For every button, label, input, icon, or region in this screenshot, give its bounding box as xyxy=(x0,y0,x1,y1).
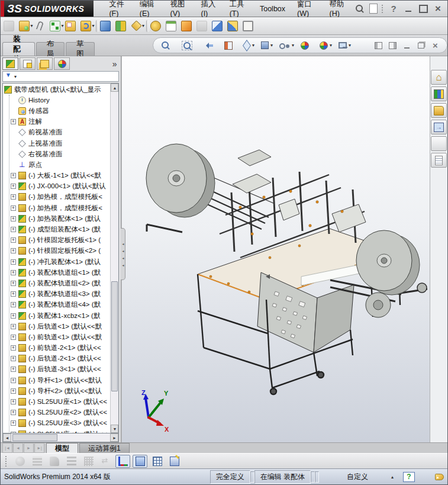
dropdown-caret-icon[interactable]: ▾ xyxy=(30,23,33,28)
tree-item[interactable]: + (-) SL25UU座<3> (默认<< xyxy=(9,418,110,429)
menu-item[interactable]: 视图(V) xyxy=(165,0,195,18)
toolbar-overflow-icon[interactable] xyxy=(382,5,384,13)
dropdown-caret-icon[interactable]: ▾ xyxy=(61,23,63,28)
tree-item[interactable]: + (-) SL25UU座<4> (默认<< xyxy=(9,429,110,433)
tree-item[interactable]: + (-) 成型组装配体<1> (默 xyxy=(9,224,110,235)
tree-item[interactable]: + (-) SL25UU座<1> (默认<< xyxy=(9,396,110,407)
graphics-viewport[interactable]: ◂◂◂◂ xyxy=(121,56,430,442)
expand-toggle-icon[interactable]: + xyxy=(11,173,16,178)
task-pane-button[interactable] xyxy=(431,86,447,101)
command-tab[interactable]: 布局 xyxy=(36,42,65,56)
dropdown-caret-icon[interactable]: ▾ xyxy=(270,43,273,48)
scroll-thumb[interactable] xyxy=(111,281,118,391)
tree-item[interactable]: + (-) 装配体轨道组<2> (默 xyxy=(9,278,110,288)
toolbar-button[interactable]: ▾ xyxy=(34,19,49,33)
property-manager-tab[interactable] xyxy=(20,57,36,70)
dropdown-caret-icon[interactable]: ▾ xyxy=(92,23,94,28)
tree-item[interactable]: + (-) 导杆<1> (默认<<默认 xyxy=(9,375,110,386)
panel-splitter-handle[interactable]: ◂◂◂◂ xyxy=(121,228,125,280)
command-tab[interactable]: 草图 xyxy=(66,42,95,56)
expand-toggle-icon[interactable]: + xyxy=(11,119,16,124)
motion-nav-icon[interactable]: |◄ xyxy=(2,443,12,453)
menu-item[interactable]: 窗口(W) xyxy=(291,0,324,18)
expand-toggle-icon[interactable]: + xyxy=(11,184,16,189)
toolbar-button[interactable]: ▾ xyxy=(80,19,95,33)
document-tab[interactable]: 运动算例1 xyxy=(79,443,130,453)
maximize-icon[interactable] xyxy=(418,4,428,14)
bottom-toolbar-button[interactable] xyxy=(115,455,130,468)
expand-toggle-icon[interactable]: + xyxy=(11,335,16,340)
tree-filter[interactable]: ▾ xyxy=(2,71,119,82)
heads-up-button[interactable]: ▾ xyxy=(182,41,196,50)
tree-item[interactable]: + (-) 加热模，成型模托板< xyxy=(9,192,110,203)
doc-restore-icon[interactable] xyxy=(417,41,426,49)
task-pane-button[interactable] xyxy=(431,136,447,151)
display-manager-tab[interactable] xyxy=(54,57,70,70)
heads-up-button[interactable]: ▾ xyxy=(224,41,237,50)
tree-item[interactable]: + (-) 针模固定板托板<1> ( xyxy=(9,235,110,246)
expand-toggle-icon[interactable]: + xyxy=(11,270,16,275)
expand-toggle-icon[interactable]: + xyxy=(11,259,16,265)
units-caret-icon[interactable]: ▴ xyxy=(391,474,394,480)
task-pane-button[interactable] xyxy=(431,103,447,118)
bottom-toolbar-button[interactable] xyxy=(167,455,182,468)
scroll-track[interactable] xyxy=(111,92,118,425)
menu-item[interactable]: Toolbox xyxy=(254,5,291,13)
bottom-toolbar-button[interactable] xyxy=(150,455,165,468)
model-left-reel[interactable] xyxy=(146,144,215,217)
units-selector[interactable]: 自定义 xyxy=(332,470,383,484)
new-document-icon[interactable] xyxy=(369,4,378,14)
toolbar-button[interactable]: ▾ xyxy=(212,19,226,33)
tree-item[interactable]: + (-) 后轨道-3<1> (默认<< xyxy=(9,364,110,375)
toolbar-button[interactable]: ▾ xyxy=(243,19,257,33)
expand-toggle-icon[interactable]: + xyxy=(11,356,16,361)
tree-item[interactable]: + 前视基准面 xyxy=(9,127,110,138)
expand-toggle-icon[interactable]: + xyxy=(11,410,16,415)
expand-pane-chevron[interactable]: » xyxy=(112,59,120,69)
expand-toggle-icon[interactable]: + xyxy=(11,367,16,372)
expand-toggle-icon[interactable]: + xyxy=(11,205,16,211)
dropdown-caret-icon[interactable]: ▾ xyxy=(292,43,294,48)
split-right-icon[interactable] xyxy=(388,41,397,49)
split-left-icon[interactable] xyxy=(374,41,383,49)
dropdown-caret-icon[interactable]: ▾ xyxy=(330,43,332,48)
toolbar-button[interactable]: ▾ xyxy=(196,19,211,33)
bottom-toolbar-button[interactable] xyxy=(12,455,27,468)
toolbar-button[interactable]: ▾ xyxy=(115,19,130,33)
menu-item[interactable]: 插入(I) xyxy=(195,0,223,18)
tree-item[interactable]: + (-) 装配体轨道组<3> (默 xyxy=(9,289,110,300)
expand-toggle-icon[interactable]: + xyxy=(11,388,16,394)
bottom-toolbar-button[interactable] xyxy=(81,455,96,468)
tree-item[interactable]: + 注解 xyxy=(9,117,110,127)
quick-tips-icon[interactable]: ? xyxy=(403,472,415,482)
bottom-toolbar-button[interactable] xyxy=(30,455,44,468)
heads-up-button[interactable]: ▾ xyxy=(279,41,294,50)
tree-item[interactable]: + (-) 前轨道-2<1> (默认<< xyxy=(9,343,110,354)
model-right-reel[interactable] xyxy=(356,230,420,317)
menu-item[interactable]: 编辑(E) xyxy=(134,0,165,18)
tree-item[interactable]: + History xyxy=(9,95,110,105)
tree-item[interactable]: + (-) 导杆<2> (默认<<默认 xyxy=(9,386,110,396)
motion-nav-icon[interactable]: ► xyxy=(24,443,34,453)
expand-toggle-icon[interactable]: + xyxy=(11,420,16,426)
tree-item[interactable]: + (-) 装配体轨道组<4> (默 xyxy=(9,300,110,310)
heads-up-button[interactable]: ▾ xyxy=(243,42,254,49)
toolbar-button[interactable]: ▾ xyxy=(227,19,241,33)
toolbar-button[interactable]: ▾ xyxy=(166,19,180,33)
toolbar-button[interactable]: ▾ xyxy=(50,19,64,33)
expand-toggle-icon[interactable]: + xyxy=(11,324,16,329)
configuration-manager-tab[interactable] xyxy=(37,57,53,70)
tree-item[interactable]: + 右视基准面 xyxy=(9,149,110,159)
menu-item[interactable]: 文件(F) xyxy=(103,0,133,18)
toolbar-button[interactable]: ▾ xyxy=(100,19,114,33)
tree-item[interactable]: + (-) JX-000<1> (默认<默认 xyxy=(9,181,110,192)
expand-toggle-icon[interactable]: + xyxy=(11,378,16,383)
toolbar-button[interactable]: ▾ xyxy=(4,19,18,33)
close-icon[interactable] xyxy=(433,4,443,14)
bottom-toolbar-button[interactable] xyxy=(47,455,62,468)
tree-horizontal-scrollbar[interactable]: ◄ ► xyxy=(2,433,119,442)
heads-up-button[interactable]: ▾ xyxy=(261,41,273,49)
tag-icon[interactable] xyxy=(435,474,444,480)
bottom-toolbar-button[interactable] xyxy=(98,455,113,468)
task-pane-button[interactable] xyxy=(431,120,447,134)
